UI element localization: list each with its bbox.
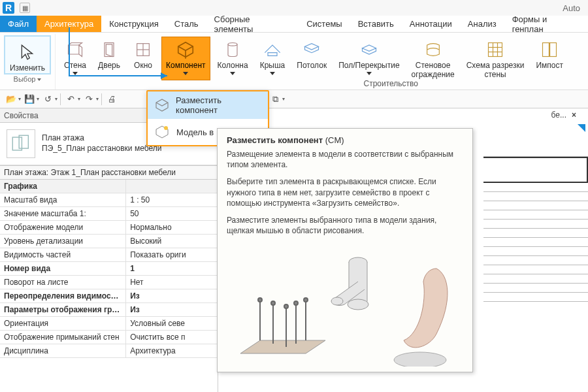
- svg-point-18: [271, 301, 275, 305]
- wall-section-button[interactable]: Схема разрезки стены: [462, 37, 529, 80]
- curtain-wall-icon: [423, 39, 444, 60]
- build-group-label: Строительство: [363, 79, 418, 88]
- tab-insert[interactable]: Вставить: [350, 16, 402, 32]
- view-tab-label: бе...: [551, 110, 566, 120]
- undo-icon[interactable]: ↶: [63, 92, 78, 106]
- table-row[interactable]: Переопределения видимости/гра...Из: [0, 289, 218, 303]
- table-row[interactable]: Видимость частейПоказать ориги: [0, 248, 218, 262]
- place-component-label: Разместить компонент: [176, 95, 263, 115]
- grid-icon: [485, 39, 506, 60]
- tab-structure[interactable]: Конструкция: [101, 16, 166, 32]
- window-icon: [133, 39, 154, 60]
- save-icon[interactable]: 💾: [22, 92, 37, 106]
- impost-icon: [539, 39, 560, 60]
- table-row[interactable]: Масштаб вида1 : 50: [0, 193, 218, 207]
- component-label: Компонент: [166, 61, 206, 71]
- model-in-place-label: Модель в: [176, 127, 214, 137]
- table-row[interactable]: Поворот на листеНет: [0, 276, 218, 289]
- table-row[interactable]: Номер вида1: [0, 262, 218, 276]
- curtain-wall-button[interactable]: Стеновое ограждение: [407, 37, 459, 80]
- title-suffix: Auto: [563, 3, 585, 13]
- floor-label: Пол/Перекрытие: [338, 61, 399, 71]
- tab-steel[interactable]: Сталь: [167, 16, 206, 32]
- table-row[interactable]: Значение масштаба 1:50: [0, 207, 218, 221]
- close-icon[interactable]: ×: [572, 110, 576, 120]
- svg-point-14: [164, 126, 168, 130]
- wall-button[interactable]: Стена: [59, 37, 91, 80]
- table-row[interactable]: Отображение моделиНормально: [0, 221, 218, 235]
- table-row[interactable]: Уровень детализацииВысокий: [0, 235, 218, 248]
- column-button[interactable]: Колонна: [213, 37, 253, 80]
- door-label: Дверь: [98, 61, 120, 71]
- tab-analyze[interactable]: Анализ: [460, 16, 504, 32]
- wall-icon: [65, 39, 86, 60]
- tooltip-paragraph: Разместите элементы выбранного типа в мо…: [227, 215, 463, 236]
- wall-section-label: Схема разрезки стены: [466, 61, 525, 80]
- floor-button[interactable]: Пол/Перекрытие: [334, 37, 404, 80]
- view-tab[interactable]: бе... ×: [551, 108, 576, 122]
- tooltip-panel: Разместить компонент (CM) Размещение эле…: [217, 128, 473, 372]
- component-button[interactable]: Компонент: [161, 37, 210, 80]
- tab-file[interactable]: Файл: [0, 16, 37, 32]
- ceiling-icon: [301, 39, 322, 60]
- cursor-icon: [17, 42, 38, 63]
- ceiling-button[interactable]: Потолок: [292, 37, 331, 80]
- tab-architecture[interactable]: Архитектура: [37, 16, 101, 32]
- column-icon: [222, 39, 243, 60]
- align-icon[interactable]: ⧉: [268, 92, 282, 106]
- impost-label: Импост: [536, 61, 563, 71]
- tooltip-title: Разместить компонент (CM): [227, 135, 463, 145]
- main-tabs: Файл Архитектура Конструкция Сталь Сборн…: [0, 16, 588, 33]
- svg-point-22: [294, 301, 298, 305]
- quick-access-toolbar: 📂▾ 💾▾ ↺▾ ↶▾ ↷▾ 🖨 📏 ⧉▾: [0, 90, 588, 108]
- ribbon: Изменить Выбор Стена Дверь Окно Компонен…: [0, 33, 588, 90]
- open-icon[interactable]: 📂: [4, 92, 18, 106]
- chevron-down-icon: [367, 72, 372, 75]
- nav-triangle-icon[interactable]: [578, 124, 585, 132]
- door-icon: [99, 39, 120, 60]
- drawing-content: [483, 148, 588, 302]
- component-icon: [175, 39, 196, 60]
- component-icon: [153, 96, 171, 114]
- svg-point-27: [348, 299, 368, 310]
- view-type-name: План этажа ПЭ_5_План расстановки мебели: [42, 133, 161, 154]
- table-row[interactable]: ДисциплинаАрхитектура: [0, 344, 218, 358]
- print-icon[interactable]: 🖨: [105, 92, 119, 106]
- svg-point-26: [331, 297, 343, 305]
- place-component-item[interactable]: Разместить компонент: [148, 91, 268, 119]
- tab-systems[interactable]: Системы: [299, 16, 350, 32]
- redo-icon[interactable]: ↷: [82, 92, 96, 106]
- modify-button[interactable]: Изменить: [4, 35, 51, 74]
- app-logo: R: [3, 2, 14, 14]
- table-row[interactable]: ОриентацияУсловный севе: [0, 317, 218, 331]
- column-label: Колонна: [218, 61, 248, 71]
- tooltip-paragraph: Выберите тип элемента в раскрывающемся с…: [227, 176, 463, 208]
- chevron-down-icon: [73, 72, 78, 75]
- impost-button[interactable]: Импост: [531, 37, 568, 80]
- component-star-icon: [153, 123, 171, 141]
- svg-point-24: [304, 298, 308, 302]
- floorplan-thumb-icon: [7, 129, 35, 158]
- window-button[interactable]: Окно: [127, 37, 159, 80]
- window-label: Окно: [134, 61, 152, 71]
- tab-massing[interactable]: Формы и генплан: [504, 16, 588, 32]
- roof-icon: [262, 39, 283, 60]
- svg-point-28: [394, 352, 446, 367]
- chevron-down-icon: [270, 72, 275, 75]
- tooltip-illustration: [227, 242, 463, 367]
- floor-icon: [359, 39, 380, 60]
- properties-title: Свойства: [4, 111, 39, 120]
- chevron-down-icon: [183, 72, 188, 75]
- tab-annotate[interactable]: Аннотации: [402, 16, 460, 32]
- door-button[interactable]: Дверь: [93, 37, 125, 80]
- table-row[interactable]: Отображение примыканий стенОчистить все …: [0, 331, 218, 344]
- app-menu-icon[interactable]: ▦: [20, 3, 30, 13]
- roof-button[interactable]: Крыша: [255, 37, 290, 80]
- properties-instance-header[interactable]: План этажа: Этаж 1_План расстановки мебе…: [0, 165, 218, 180]
- sync-icon[interactable]: ↺: [41, 92, 55, 106]
- chevron-down-icon: [230, 72, 235, 75]
- tab-precast[interactable]: Сборные элементы: [206, 16, 299, 32]
- table-row[interactable]: Параметры отображения графикиИз: [0, 303, 218, 317]
- properties-table: Графика Масштаб вида1 : 50 Значение масш…: [0, 180, 218, 392]
- properties-panel: Свойства × План этажа ПЭ_5_План расстано…: [0, 108, 218, 392]
